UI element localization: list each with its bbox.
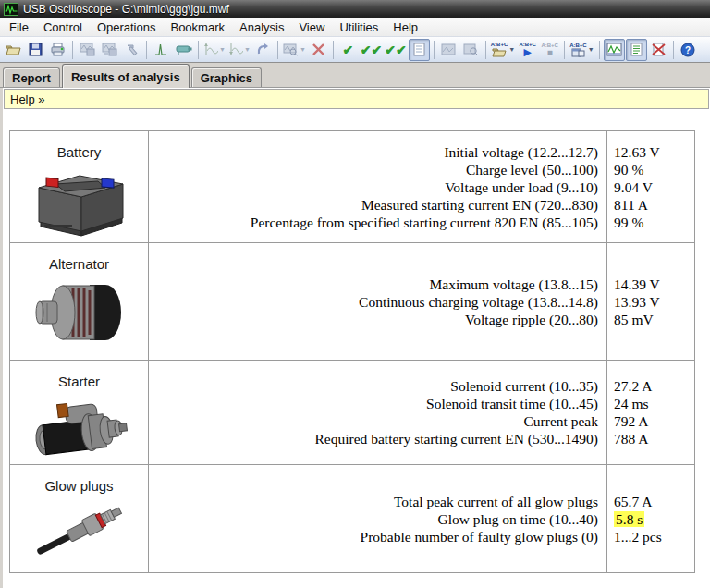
param-name: Initial voltage (12.2...12.7) [444, 143, 598, 161]
toolbar-separator [333, 41, 334, 59]
param-value: 1...2 pcs [614, 528, 694, 545]
glow-plug-image [29, 497, 130, 564]
help-button[interactable]: ? [678, 39, 699, 61]
abc-open-button[interactable]: A:B+C ▼ [490, 39, 516, 61]
delete-chart-button[interactable] [308, 39, 329, 61]
floppy-icon [29, 43, 43, 56]
delete-report-button[interactable] [648, 39, 669, 61]
printer-icon [50, 43, 66, 56]
chart-disabled-icon [441, 43, 457, 56]
abc-stop-button[interactable]: A:B+C ■ [539, 39, 560, 61]
toolbar-separator [673, 41, 674, 59]
table-row-alternator: Alternator [10, 243, 694, 361]
dropdown-arrow-icon[interactable]: ▼ [588, 46, 594, 53]
tab-graphics[interactable]: Graphics [191, 67, 262, 87]
table-row-battery: Battery Initial voltage (12.2...1 [10, 131, 694, 243]
param-value: 24 ms [614, 395, 694, 412]
toolbar-separator [146, 41, 147, 59]
param-name: Continuous charging voltage (13.8...14.8… [359, 293, 598, 311]
tab-report[interactable]: Report [3, 67, 60, 87]
waveform-save-icon [80, 43, 95, 56]
param-name: Total peak current of all glow plugs [394, 493, 598, 510]
toolbar-separator [599, 41, 600, 59]
save-button[interactable] [25, 39, 46, 61]
signal-next-button[interactable]: ▼ [202, 39, 226, 61]
param-value: 12.63 V [614, 143, 694, 161]
param-value: 13.93 V [614, 293, 694, 311]
component-cell: Glow plugs [10, 465, 149, 572]
abc-window-button[interactable]: A:B+C ▼ [569, 39, 594, 61]
param-name-cell: Maximum voltage (13.8...15) Continuous c… [149, 243, 607, 360]
apply-check-button[interactable]: ✔✔ [384, 39, 407, 61]
app-icon [4, 2, 18, 17]
dropdown-arrow-icon[interactable]: ▼ [300, 46, 306, 53]
double-check-icon: ✔✔ [361, 43, 382, 56]
param-name-cell: Initial voltage (12.2...12.7) Charge lev… [149, 131, 607, 242]
menu-analysis[interactable]: Analysis [232, 18, 291, 36]
report-toggle-button[interactable] [409, 39, 430, 61]
component-label: Glow plugs [44, 478, 113, 494]
dropdown-arrow-icon[interactable]: ▼ [508, 46, 515, 53]
window-icon [571, 48, 585, 57]
tools-button[interactable] [121, 39, 142, 61]
title-bar: USB Oscilloscope - G:\mimio\ggg\jgu.mwf [0, 0, 710, 18]
document-icon [413, 43, 425, 56]
signal-prev-button[interactable]: ▼ [227, 39, 251, 61]
tab-strip: Report Results of analysis Graphics [0, 63, 710, 88]
signal-prev-icon [228, 43, 243, 56]
dropdown-arrow-icon[interactable]: ▼ [244, 46, 251, 53]
open-file-button[interactable] [3, 39, 24, 61]
report-document-icon [630, 43, 643, 56]
graphics-view-button[interactable] [604, 39, 625, 61]
clamp-signal-button[interactable] [173, 39, 194, 61]
menu-control[interactable]: Control [36, 18, 90, 36]
help-link[interactable]: Help » [4, 89, 709, 109]
battery-image [28, 164, 131, 241]
menu-file[interactable]: File [2, 18, 36, 36]
param-value: 788 A [614, 430, 694, 447]
param-value: 90 % [614, 161, 694, 178]
dropdown-arrow-icon[interactable]: ▼ [219, 46, 226, 53]
tab-results-of-analysis[interactable]: Results of analysis [62, 64, 190, 88]
accept-all-check-button[interactable]: ✔✔ [360, 39, 383, 61]
menu-utilities[interactable]: Utilities [332, 18, 386, 36]
menu-bookmark[interactable]: Bookmark [163, 18, 232, 36]
menu-view[interactable]: View [291, 18, 332, 36]
toolbar-separator [277, 41, 278, 59]
toolbar-separator [485, 41, 486, 59]
starter-image [29, 393, 130, 463]
highlighted-value: 5.8 s [614, 511, 644, 527]
chart-zoom-button[interactable]: ▼ [282, 39, 307, 61]
save-waveform-button[interactable] [77, 39, 98, 61]
param-value: 65.7 A [614, 493, 694, 510]
param-name: Maximum voltage (13.8...15) [429, 276, 598, 293]
red-x-icon [312, 43, 325, 56]
svg-text:?: ? [685, 44, 691, 55]
component-label: Battery [57, 144, 102, 160]
app-window: USB Oscilloscope - G:\mimio\ggg\jgu.mwf … [0, 0, 710, 588]
save-waveform-as-button[interactable] [99, 39, 120, 61]
chart-find-disabled-button[interactable] [460, 39, 482, 61]
stop-icon: ■ [547, 48, 553, 57]
impulse-signal-button[interactable] [151, 39, 172, 61]
menu-help[interactable]: Help [386, 18, 425, 36]
menu-operations[interactable]: Operations [90, 18, 164, 36]
param-name-cell: Solenoid current (10...35) Solenoid tran… [149, 361, 607, 464]
delete-document-icon [652, 43, 666, 56]
undo-button[interactable] [252, 39, 274, 61]
param-value: 27.2 A [614, 377, 694, 395]
clamp-icon [175, 43, 192, 56]
param-name: Percentage from specified starting curre… [251, 214, 598, 231]
waveform-save-as-icon [102, 43, 117, 56]
print-button[interactable] [47, 39, 68, 61]
table-row-glow-plugs: Glow plugs [10, 465, 694, 572]
param-value: 14.39 V [614, 276, 694, 293]
param-value-cell: 27.2 A 24 ms 792 A 788 A [607, 361, 694, 464]
report-view-button[interactable] [626, 39, 647, 61]
table-row-starter: Starter [10, 361, 694, 465]
chart-view-disabled-button[interactable] [438, 39, 459, 61]
abc-run-button[interactable]: A:B+C ▶ [517, 39, 538, 61]
param-value: 5.8 s [614, 510, 694, 528]
accept-check-button[interactable]: ✔ [337, 39, 359, 61]
param-name: Current peak [524, 412, 598, 430]
